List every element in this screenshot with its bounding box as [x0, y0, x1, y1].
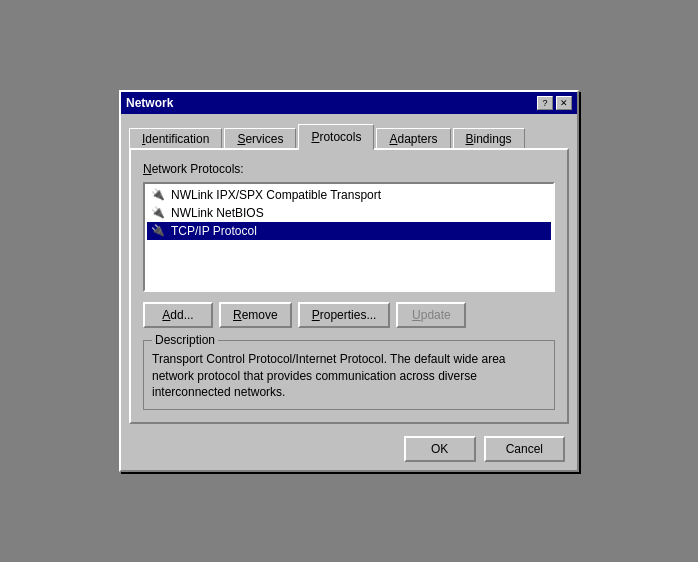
list-item-tcp-ip[interactable]: 🔌 TCP/IP Protocol [147, 222, 551, 240]
help-button[interactable]: ? [537, 96, 553, 110]
tab-adapters-label: Adapters [389, 132, 437, 146]
protocols-listbox[interactable]: 🔌 NWLink IPX/SPX Compatible Transport 🔌 … [143, 182, 555, 292]
remove-button[interactable]: Remove [219, 302, 292, 328]
close-button[interactable]: ✕ [556, 96, 572, 110]
tab-protocols[interactable]: Protocols [298, 124, 374, 150]
tab-adapters[interactable]: Adapters [376, 128, 450, 150]
properties-button[interactable]: Properties... [298, 302, 391, 328]
protocol-icon: 🔌 [151, 224, 165, 237]
title-bar-buttons: ? ✕ [537, 96, 572, 110]
list-item-label: NWLink NetBIOS [171, 206, 264, 220]
tab-bindings[interactable]: Bindings [453, 128, 525, 150]
tab-strip: Identification Services Protocols Adapte… [129, 124, 569, 150]
protocol-icon: 🔌 [151, 206, 165, 219]
protocol-icon: 🔌 [151, 188, 165, 201]
list-item-nwlink-ipx[interactable]: 🔌 NWLink IPX/SPX Compatible Transport [147, 186, 551, 204]
update-button[interactable]: Update [396, 302, 466, 328]
tab-identification-label: Identification [142, 132, 209, 146]
list-item-label: TCP/IP Protocol [171, 224, 257, 238]
ok-button[interactable]: OK [404, 436, 476, 462]
network-protocols-label: Network Protocols: [143, 162, 555, 176]
window-title: Network [126, 96, 173, 110]
description-text: Transport Control Protocol/Internet Prot… [152, 351, 546, 401]
tab-services[interactable]: Services [224, 128, 296, 150]
description-group: Description Transport Control Protocol/I… [143, 340, 555, 410]
dialog-buttons: OK Cancel [129, 436, 569, 462]
tab-services-label: Services [237, 132, 283, 146]
list-item-label: NWLink IPX/SPX Compatible Transport [171, 188, 381, 202]
protocols-panel: Network Protocols: 🔌 NWLink IPX/SPX Comp… [129, 148, 569, 424]
description-legend: Description [152, 333, 218, 347]
cancel-button[interactable]: Cancel [484, 436, 565, 462]
action-buttons: Add... Remove Properties... Update [143, 302, 555, 328]
list-item-nwlink-netbios[interactable]: 🔌 NWLink NetBIOS [147, 204, 551, 222]
tab-bindings-label: Bindings [466, 132, 512, 146]
tab-identification[interactable]: Identification [129, 128, 222, 150]
network-dialog: Network ? ✕ Identification Services Prot… [119, 90, 579, 472]
title-bar: Network ? ✕ [121, 92, 577, 114]
window-content: Identification Services Protocols Adapte… [121, 114, 577, 470]
tab-protocols-label: Protocols [311, 130, 361, 144]
add-button[interactable]: Add... [143, 302, 213, 328]
